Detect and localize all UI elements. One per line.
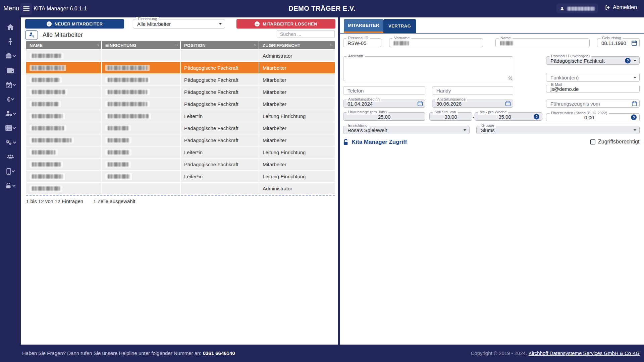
sidebar-item-wallet[interactable] bbox=[0, 65, 21, 76]
mobile-icon bbox=[6, 168, 11, 175]
geburtstag-field[interactable]: Geburtstag 08.11.1990 bbox=[597, 38, 640, 47]
table-row[interactable]: Leiter*inLeitung Einrichtung bbox=[26, 171, 335, 182]
fuehrungszeugnis-field[interactable]: Führungszeugnis vom bbox=[546, 100, 640, 108]
einrichtung-select[interactable]: Einrichtung Rosa's Spielewelt bbox=[343, 126, 470, 134]
sort-icon[interactable]: ↑↓ bbox=[175, 43, 178, 47]
ueberstunden-field[interactable]: Überstunden (Stand 31.12.2022) 0,00 ? bbox=[546, 113, 640, 121]
email-value: js@demo.de bbox=[550, 86, 631, 92]
sidebar-item-access[interactable] bbox=[0, 180, 21, 191]
bis-pro-woche-field[interactable]: bis - pro Woche 35,00 ? bbox=[475, 112, 542, 121]
name-field[interactable]: Name bbox=[495, 38, 590, 47]
table-row[interactable]: Pädagogische FachkraftMitarbeiter bbox=[26, 122, 335, 134]
table-cell: Leiter*in bbox=[181, 146, 259, 158]
app-window: Menu KITA Manager 6.0.1-1 DEMO TRÄGER E.… bbox=[0, 0, 644, 362]
table-cell: Mitarbeiter bbox=[259, 122, 335, 134]
table-row[interactable]: Leiter*inLeitung Einrichtung bbox=[26, 146, 335, 158]
tab-mitarbeiter[interactable]: MITARBEITER bbox=[344, 19, 383, 33]
telefon-field[interactable]: Telefon bbox=[343, 86, 425, 95]
sidebar-item-team[interactable] bbox=[0, 151, 21, 163]
sidebar-item-lists[interactable] bbox=[0, 122, 21, 134]
redacted-name bbox=[500, 41, 513, 46]
company-link[interactable]: Kirchhoff Datensysteme Services GmbH & C… bbox=[528, 350, 640, 356]
anschrift-textarea[interactable]: Anschrift bbox=[343, 56, 513, 81]
calendar-icon[interactable] bbox=[632, 101, 637, 106]
table-row[interactable]: Pädagogische FachkraftMitarbeiter bbox=[26, 98, 335, 110]
table-row[interactable]: Administrator bbox=[26, 183, 335, 194]
table-cell: Pädagogische Fachkraft bbox=[181, 62, 259, 73]
anstellungsende-field[interactable]: Anstellungsende 30.06.2028 bbox=[432, 100, 513, 108]
redacted-text bbox=[108, 162, 128, 167]
sidebar-item-home[interactable] bbox=[0, 21, 21, 33]
redacted-text bbox=[108, 174, 130, 179]
table-cell: Mitarbeiter bbox=[259, 74, 335, 85]
footer-bar: Haben Sie Fragen? Dann rufen Sie unsere … bbox=[0, 345, 644, 362]
column-header-einrichtung[interactable]: EINRICHTUNG↑↓ bbox=[102, 41, 180, 49]
delete-employee-button[interactable]: − MITARBEITER LÖSCHEN bbox=[236, 19, 335, 28]
table-cell: Leitung Einrichtung bbox=[259, 171, 335, 182]
zugriffsberechtigt-checkbox[interactable] bbox=[590, 139, 595, 144]
table-row[interactable]: Pädagogische FachkraftMitarbeiter bbox=[26, 86, 335, 98]
personal-id-field[interactable]: Personal ID RSW-05 bbox=[343, 38, 381, 47]
column-header-zugriffsrecht[interactable]: ZUGRIFFSRECHT↑↓ bbox=[259, 41, 335, 49]
table-cell: Mitarbeiter bbox=[259, 134, 335, 146]
column-header-position[interactable]: POSITION↑↓ bbox=[181, 41, 259, 49]
anstellungsbeginn-field[interactable]: Anstellungsbeginn 01.04.2024 bbox=[343, 100, 425, 108]
table-cell: Pädagogische Fachkraft bbox=[181, 86, 259, 98]
vorname-field[interactable]: Vorname bbox=[389, 38, 483, 47]
column-header-name[interactable]: NAME↑↓ bbox=[26, 41, 101, 49]
sidebar-item-facilities[interactable] bbox=[0, 50, 21, 62]
selected-count: 1 Zeile ausgewählt bbox=[93, 198, 135, 204]
funktionen-select[interactable]: Funktion(en) bbox=[546, 73, 640, 82]
calendar-icon[interactable] bbox=[418, 101, 423, 106]
handy-field[interactable]: Handy bbox=[432, 86, 513, 95]
resize-handle[interactable] bbox=[508, 76, 512, 80]
position-funktion-select[interactable]: Position / Funktion(en) Pädagogische Fac… bbox=[546, 56, 640, 65]
table-cell bbox=[102, 159, 180, 170]
person-filter-button[interactable] bbox=[25, 30, 38, 40]
help-icon[interactable]: ? bbox=[625, 58, 631, 63]
table-cell bbox=[26, 86, 101, 98]
sidebar-item-calendar[interactable] bbox=[0, 79, 21, 90]
chevron-down-icon bbox=[13, 54, 16, 57]
tab-vertrag[interactable]: VERTRAG bbox=[383, 19, 416, 33]
gruppe-select[interactable]: Gruppe Slums bbox=[476, 126, 640, 134]
minus-circle-icon: − bbox=[255, 21, 260, 26]
table-row[interactable]: Administrator bbox=[26, 50, 335, 61]
search-input[interactable] bbox=[277, 30, 335, 38]
table-row[interactable]: Pädagogische FachkraftMitarbeiter bbox=[26, 134, 335, 146]
redacted-username bbox=[567, 7, 595, 11]
new-employee-label: NEUER MITARBEITER bbox=[55, 21, 103, 26]
gruppe-value: Slums bbox=[481, 127, 631, 133]
helpline-prefix: Haben Sie Fragen? Dann rufen Sie unsere … bbox=[22, 350, 201, 356]
chevron-down-icon bbox=[12, 169, 15, 172]
logout-button[interactable]: Abmelden bbox=[605, 4, 637, 10]
facility-filter-select[interactable]: Einrichtung Alle Mitarbeiter bbox=[133, 19, 225, 28]
user-account-button[interactable] bbox=[556, 4, 598, 13]
sidebar-item-child[interactable] bbox=[0, 36, 21, 47]
table-row[interactable]: Pädagogische FachkraftMitarbeiter bbox=[26, 74, 335, 85]
sort-icon[interactable]: ↑↓ bbox=[254, 43, 256, 47]
table-cell bbox=[26, 146, 101, 158]
sort-icon[interactable]: ↑↓ bbox=[330, 43, 332, 47]
sidebar-item-mobile[interactable] bbox=[0, 166, 21, 177]
table-cell: Leiter*in bbox=[181, 110, 259, 122]
help-icon[interactable]: ? bbox=[631, 115, 637, 120]
table-row[interactable]: Pädagogische FachkraftMitarbeiter bbox=[26, 62, 335, 73]
sidebar-item-user-management[interactable] bbox=[0, 108, 21, 119]
table-row[interactable]: Leiter*inLeitung Einrichtung bbox=[26, 110, 335, 122]
table-row[interactable]: Pädagogische FachkraftMitarbeiter bbox=[26, 159, 335, 170]
sort-icon[interactable]: ↑↓ bbox=[96, 43, 99, 47]
logout-label: Abmelden bbox=[613, 4, 637, 10]
dropdown-arrow-icon bbox=[634, 60, 636, 62]
help-icon[interactable]: ? bbox=[534, 114, 539, 119]
position-funktion-value: Pädagogische Fachkraft bbox=[550, 58, 623, 63]
soll-std-von-field[interactable]: Soll Std. von 33,00 bbox=[429, 112, 472, 121]
new-employee-button[interactable]: + NEUER MITARBEITER bbox=[25, 19, 124, 28]
calendar-icon[interactable] bbox=[632, 40, 637, 46]
sidebar-item-finance[interactable]: € bbox=[0, 94, 21, 105]
redacted-text bbox=[32, 138, 71, 142]
calendar-icon[interactable] bbox=[505, 101, 511, 106]
sidebar-item-settings[interactable] bbox=[0, 137, 21, 148]
email-field[interactable]: E-Mail js@demo.de bbox=[546, 85, 640, 93]
urlaubstage-field[interactable]: Urlaubstage (pro Jahr) 25,00 bbox=[343, 112, 425, 121]
